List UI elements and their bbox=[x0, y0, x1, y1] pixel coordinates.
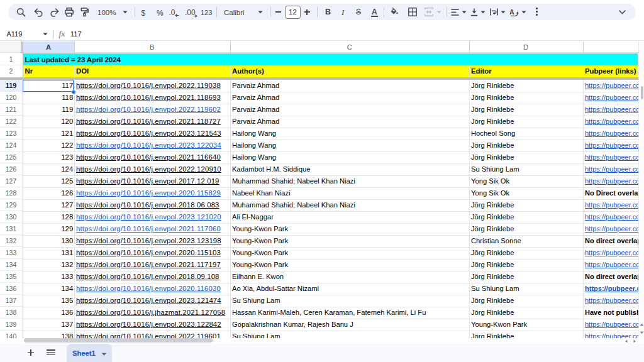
svg-text:A: A bbox=[509, 8, 514, 15]
